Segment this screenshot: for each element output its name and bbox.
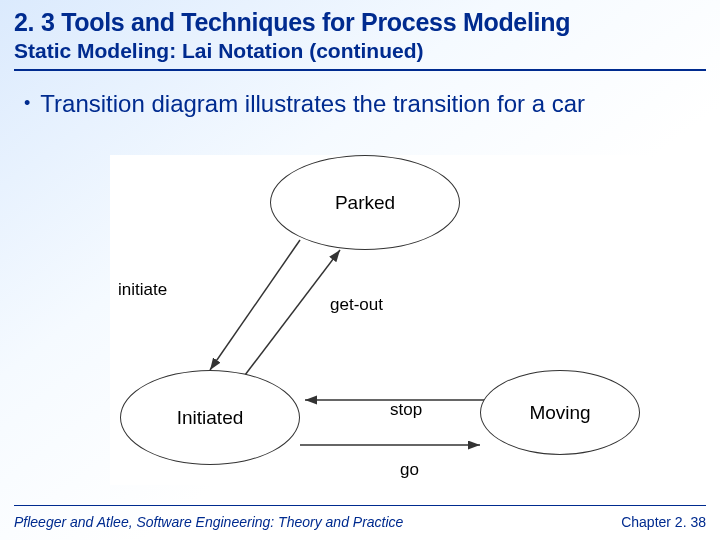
transition-stop-label: stop [390, 400, 422, 420]
bullet-item: • Transition diagram illustrates the tra… [0, 71, 720, 119]
state-moving-label: Moving [529, 402, 590, 424]
transition-diagram: Parked Initiated Moving initiate get-out… [110, 155, 650, 485]
bullet-marker: • [24, 89, 30, 117]
transition-initiate-label: initiate [118, 280, 167, 300]
bullet-text: Transition diagram illustrates the trans… [40, 89, 585, 119]
footer-chapter: Chapter 2. 38 [621, 514, 706, 530]
svg-line-1 [245, 250, 340, 375]
state-initiated-label: Initiated [177, 407, 244, 429]
slide-subtitle: Static Modeling: Lai Notation (continued… [0, 37, 720, 67]
state-parked-label: Parked [335, 192, 395, 214]
transition-go-label: go [400, 460, 419, 480]
state-initiated: Initiated [120, 370, 300, 465]
slide-title: 2. 3 Tools and Techniques for Process Mo… [0, 0, 720, 37]
state-parked: Parked [270, 155, 460, 250]
state-moving: Moving [480, 370, 640, 455]
slide-footer: Pfleeger and Atlee, Software Engineering… [14, 514, 706, 530]
footer-divider [14, 505, 706, 507]
svg-line-0 [210, 240, 300, 370]
footer-citation: Pfleeger and Atlee, Software Engineering… [14, 514, 403, 530]
transition-getout-label: get-out [330, 295, 383, 315]
